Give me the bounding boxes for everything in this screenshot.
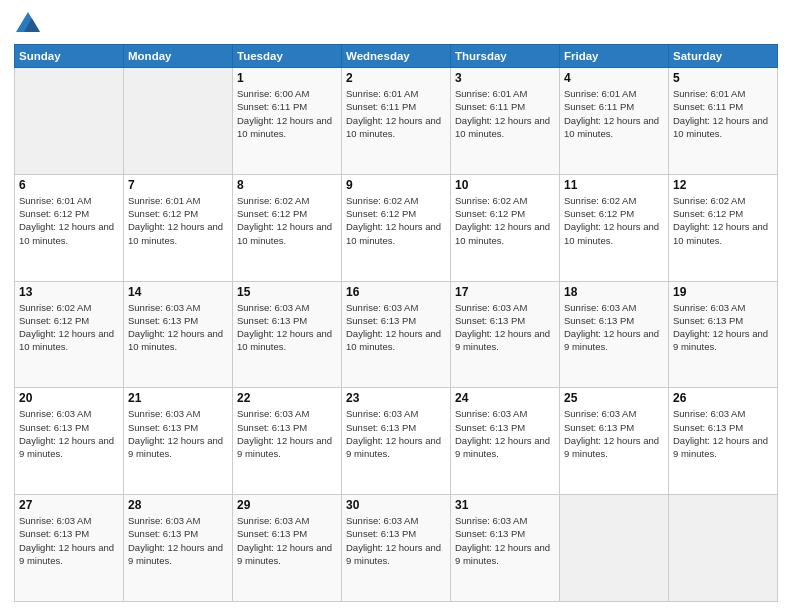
day-number: 8 xyxy=(237,178,337,192)
calendar-cell: 15Sunrise: 6:03 AM Sunset: 6:13 PM Dayli… xyxy=(233,281,342,388)
col-tuesday: Tuesday xyxy=(233,45,342,68)
calendar-cell: 30Sunrise: 6:03 AM Sunset: 6:13 PM Dayli… xyxy=(342,495,451,602)
calendar-cell xyxy=(124,68,233,175)
calendar-cell: 7Sunrise: 6:01 AM Sunset: 6:12 PM Daylig… xyxy=(124,174,233,281)
day-info: Sunrise: 6:01 AM Sunset: 6:12 PM Dayligh… xyxy=(128,194,228,247)
calendar-header-row: Sunday Monday Tuesday Wednesday Thursday… xyxy=(15,45,778,68)
day-number: 12 xyxy=(673,178,773,192)
day-number: 24 xyxy=(455,391,555,405)
day-number: 7 xyxy=(128,178,228,192)
day-info: Sunrise: 6:03 AM Sunset: 6:13 PM Dayligh… xyxy=(346,514,446,567)
calendar-cell: 6Sunrise: 6:01 AM Sunset: 6:12 PM Daylig… xyxy=(15,174,124,281)
day-number: 5 xyxy=(673,71,773,85)
col-thursday: Thursday xyxy=(451,45,560,68)
day-info: Sunrise: 6:03 AM Sunset: 6:13 PM Dayligh… xyxy=(346,301,446,354)
day-info: Sunrise: 6:03 AM Sunset: 6:13 PM Dayligh… xyxy=(564,407,664,460)
calendar-cell: 9Sunrise: 6:02 AM Sunset: 6:12 PM Daylig… xyxy=(342,174,451,281)
calendar-cell: 23Sunrise: 6:03 AM Sunset: 6:13 PM Dayli… xyxy=(342,388,451,495)
calendar-cell: 4Sunrise: 6:01 AM Sunset: 6:11 PM Daylig… xyxy=(560,68,669,175)
day-number: 28 xyxy=(128,498,228,512)
day-info: Sunrise: 6:02 AM Sunset: 6:12 PM Dayligh… xyxy=(19,301,119,354)
day-number: 1 xyxy=(237,71,337,85)
day-info: Sunrise: 6:03 AM Sunset: 6:13 PM Dayligh… xyxy=(19,514,119,567)
day-number: 13 xyxy=(19,285,119,299)
page: Sunday Monday Tuesday Wednesday Thursday… xyxy=(0,0,792,612)
logo-icon xyxy=(14,10,42,38)
calendar-cell: 1Sunrise: 6:00 AM Sunset: 6:11 PM Daylig… xyxy=(233,68,342,175)
calendar-cell: 26Sunrise: 6:03 AM Sunset: 6:13 PM Dayli… xyxy=(669,388,778,495)
day-number: 31 xyxy=(455,498,555,512)
calendar-cell xyxy=(15,68,124,175)
calendar-cell: 17Sunrise: 6:03 AM Sunset: 6:13 PM Dayli… xyxy=(451,281,560,388)
calendar-week-row: 1Sunrise: 6:00 AM Sunset: 6:11 PM Daylig… xyxy=(15,68,778,175)
header xyxy=(14,10,778,38)
calendar-cell: 3Sunrise: 6:01 AM Sunset: 6:11 PM Daylig… xyxy=(451,68,560,175)
day-number: 3 xyxy=(455,71,555,85)
day-info: Sunrise: 6:03 AM Sunset: 6:13 PM Dayligh… xyxy=(237,514,337,567)
day-number: 21 xyxy=(128,391,228,405)
day-info: Sunrise: 6:03 AM Sunset: 6:13 PM Dayligh… xyxy=(19,407,119,460)
calendar-cell: 19Sunrise: 6:03 AM Sunset: 6:13 PM Dayli… xyxy=(669,281,778,388)
day-number: 15 xyxy=(237,285,337,299)
day-number: 18 xyxy=(564,285,664,299)
col-saturday: Saturday xyxy=(669,45,778,68)
calendar-cell: 27Sunrise: 6:03 AM Sunset: 6:13 PM Dayli… xyxy=(15,495,124,602)
day-info: Sunrise: 6:03 AM Sunset: 6:13 PM Dayligh… xyxy=(455,301,555,354)
day-number: 20 xyxy=(19,391,119,405)
day-info: Sunrise: 6:03 AM Sunset: 6:13 PM Dayligh… xyxy=(237,301,337,354)
calendar-cell: 25Sunrise: 6:03 AM Sunset: 6:13 PM Dayli… xyxy=(560,388,669,495)
calendar-week-row: 13Sunrise: 6:02 AM Sunset: 6:12 PM Dayli… xyxy=(15,281,778,388)
calendar-cell: 10Sunrise: 6:02 AM Sunset: 6:12 PM Dayli… xyxy=(451,174,560,281)
day-info: Sunrise: 6:03 AM Sunset: 6:13 PM Dayligh… xyxy=(128,514,228,567)
day-number: 22 xyxy=(237,391,337,405)
day-info: Sunrise: 6:03 AM Sunset: 6:13 PM Dayligh… xyxy=(564,301,664,354)
day-info: Sunrise: 6:01 AM Sunset: 6:12 PM Dayligh… xyxy=(19,194,119,247)
day-info: Sunrise: 6:02 AM Sunset: 6:12 PM Dayligh… xyxy=(237,194,337,247)
day-number: 11 xyxy=(564,178,664,192)
day-number: 14 xyxy=(128,285,228,299)
day-number: 27 xyxy=(19,498,119,512)
day-info: Sunrise: 6:03 AM Sunset: 6:13 PM Dayligh… xyxy=(673,407,773,460)
day-number: 19 xyxy=(673,285,773,299)
calendar-table: Sunday Monday Tuesday Wednesday Thursday… xyxy=(14,44,778,602)
day-number: 10 xyxy=(455,178,555,192)
calendar-cell xyxy=(669,495,778,602)
day-info: Sunrise: 6:03 AM Sunset: 6:13 PM Dayligh… xyxy=(673,301,773,354)
calendar-cell: 31Sunrise: 6:03 AM Sunset: 6:13 PM Dayli… xyxy=(451,495,560,602)
calendar-cell: 14Sunrise: 6:03 AM Sunset: 6:13 PM Dayli… xyxy=(124,281,233,388)
calendar-cell: 29Sunrise: 6:03 AM Sunset: 6:13 PM Dayli… xyxy=(233,495,342,602)
calendar-cell: 28Sunrise: 6:03 AM Sunset: 6:13 PM Dayli… xyxy=(124,495,233,602)
col-sunday: Sunday xyxy=(15,45,124,68)
day-number: 16 xyxy=(346,285,446,299)
day-info: Sunrise: 6:03 AM Sunset: 6:13 PM Dayligh… xyxy=(455,407,555,460)
day-info: Sunrise: 6:01 AM Sunset: 6:11 PM Dayligh… xyxy=(455,87,555,140)
calendar-cell: 24Sunrise: 6:03 AM Sunset: 6:13 PM Dayli… xyxy=(451,388,560,495)
calendar-week-row: 20Sunrise: 6:03 AM Sunset: 6:13 PM Dayli… xyxy=(15,388,778,495)
day-number: 6 xyxy=(19,178,119,192)
day-info: Sunrise: 6:03 AM Sunset: 6:13 PM Dayligh… xyxy=(128,301,228,354)
calendar-week-row: 6Sunrise: 6:01 AM Sunset: 6:12 PM Daylig… xyxy=(15,174,778,281)
calendar-week-row: 27Sunrise: 6:03 AM Sunset: 6:13 PM Dayli… xyxy=(15,495,778,602)
day-info: Sunrise: 6:03 AM Sunset: 6:13 PM Dayligh… xyxy=(237,407,337,460)
calendar-cell xyxy=(560,495,669,602)
day-info: Sunrise: 6:03 AM Sunset: 6:13 PM Dayligh… xyxy=(346,407,446,460)
calendar-cell: 18Sunrise: 6:03 AM Sunset: 6:13 PM Dayli… xyxy=(560,281,669,388)
calendar-cell: 11Sunrise: 6:02 AM Sunset: 6:12 PM Dayli… xyxy=(560,174,669,281)
calendar-cell: 20Sunrise: 6:03 AM Sunset: 6:13 PM Dayli… xyxy=(15,388,124,495)
calendar-cell: 12Sunrise: 6:02 AM Sunset: 6:12 PM Dayli… xyxy=(669,174,778,281)
day-number: 26 xyxy=(673,391,773,405)
day-number: 9 xyxy=(346,178,446,192)
day-number: 30 xyxy=(346,498,446,512)
calendar-cell: 5Sunrise: 6:01 AM Sunset: 6:11 PM Daylig… xyxy=(669,68,778,175)
day-number: 4 xyxy=(564,71,664,85)
calendar-cell: 2Sunrise: 6:01 AM Sunset: 6:11 PM Daylig… xyxy=(342,68,451,175)
day-number: 23 xyxy=(346,391,446,405)
calendar-cell: 16Sunrise: 6:03 AM Sunset: 6:13 PM Dayli… xyxy=(342,281,451,388)
day-info: Sunrise: 6:00 AM Sunset: 6:11 PM Dayligh… xyxy=(237,87,337,140)
day-info: Sunrise: 6:03 AM Sunset: 6:13 PM Dayligh… xyxy=(455,514,555,567)
day-number: 2 xyxy=(346,71,446,85)
col-friday: Friday xyxy=(560,45,669,68)
day-info: Sunrise: 6:02 AM Sunset: 6:12 PM Dayligh… xyxy=(346,194,446,247)
day-info: Sunrise: 6:02 AM Sunset: 6:12 PM Dayligh… xyxy=(673,194,773,247)
calendar-cell: 22Sunrise: 6:03 AM Sunset: 6:13 PM Dayli… xyxy=(233,388,342,495)
